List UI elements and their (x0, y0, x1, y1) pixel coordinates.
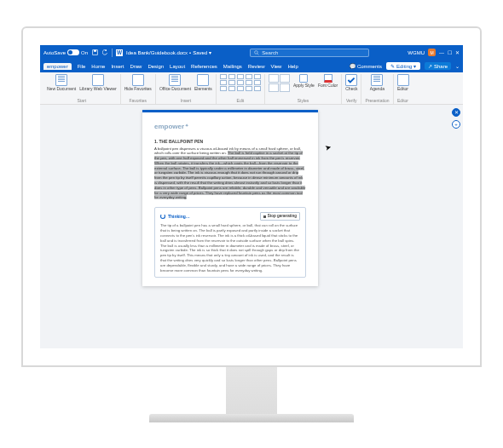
autosave-toggle[interactable]: AutoSave On (43, 49, 88, 55)
tab-help[interactable]: Help (287, 64, 298, 69)
doc-heading: 1. THE BALLPOINT PEN (154, 139, 306, 144)
ai-panel: Thinking… Stop generating The tip of a b… (154, 207, 306, 278)
ai-body: The tip of a ballpoint pen has a small h… (160, 223, 300, 273)
editor-button[interactable]: Editor (397, 74, 409, 92)
ribbon-group-editor: Editor Editor (394, 74, 413, 104)
ribbon-group-start: New Document Library Web Viewer Start (43, 74, 121, 104)
apply-style-button[interactable]: Apply Style (293, 74, 315, 89)
ribbon-group-insert: Office Document Elements Insert (156, 74, 217, 104)
tab-design[interactable]: Design (147, 64, 164, 69)
page: empower✦ ➤ 1. THE BALLPOINT PEN A ballpo… (142, 110, 318, 287)
tab-layout[interactable]: Layout (170, 64, 185, 69)
tab-draw[interactable]: Draw (130, 64, 142, 69)
search-icon (254, 50, 259, 55)
ribbon-collapse-icon[interactable]: ⌄ (455, 63, 460, 69)
account-label[interactable]: WGMU (408, 50, 425, 55)
empower-logo: empower✦ (154, 123, 306, 130)
tab-mailings[interactable]: Mailings (223, 64, 242, 69)
tab-empower[interactable]: empower (43, 63, 72, 70)
body-highlighted: The ball is held captive in a socket at … (154, 151, 305, 199)
search-input[interactable]: Search (250, 49, 369, 57)
ribbon-group-verify: Check Verify (342, 74, 361, 104)
window-maximize-icon[interactable]: ☐ (448, 49, 452, 55)
editing-mode-button[interactable]: ✎ Editing ▾ (386, 62, 420, 70)
ai-status: Thinking… (168, 214, 190, 220)
ribbon-group-presentation: Agenda Presentation (361, 74, 393, 104)
font-color-button[interactable]: Font Color (318, 74, 338, 89)
ribbon: New Document Library Web Viewer Start Hi… (40, 72, 463, 105)
mini-button[interactable] (220, 74, 227, 79)
ribbon-group-edit: Edit (217, 74, 265, 104)
style-gallery[interactable] (269, 74, 290, 92)
chevron-down-icon: ▾ (209, 49, 211, 55)
elements-button[interactable]: Elements (194, 74, 212, 92)
ribbon-group-favorites: Hide Favorites Favorites (121, 74, 156, 104)
tab-references[interactable]: References (191, 64, 217, 69)
check-icon (346, 75, 356, 85)
avatar[interactable]: M (428, 49, 436, 56)
titlebar: AutoSave On W Idea Bank/Guidebook.docx •… (40, 45, 463, 60)
ribbon-group-styles: Apply Style Font Color Styles (265, 74, 342, 104)
cursor-icon: ➤ (324, 142, 332, 152)
tab-home[interactable]: Home (91, 64, 105, 69)
rail-add-button[interactable]: + (452, 120, 460, 129)
doc-paragraph[interactable]: A ballpoint pen dispenses a viscous oil-… (154, 146, 306, 201)
tab-view[interactable]: View (271, 64, 282, 69)
stop-icon (263, 215, 266, 218)
new-document-button[interactable]: New Document (47, 74, 76, 92)
agenda-button[interactable]: Agenda (370, 74, 384, 92)
share-button[interactable]: ↗ Share (425, 62, 451, 70)
window-close-icon[interactable]: ✕ (455, 49, 460, 55)
office-document-button[interactable]: Office Document (159, 74, 191, 92)
autosave-label: AutoSave (43, 50, 66, 55)
tab-file[interactable]: File (78, 64, 86, 69)
rail-close-button[interactable]: ✕ (452, 108, 460, 117)
toggle-switch[interactable] (67, 49, 79, 55)
window-minimize-icon[interactable]: — (439, 50, 444, 55)
svg-text:W: W (117, 49, 123, 55)
spinner-icon (160, 214, 165, 219)
sparkle-icon: ✦ (185, 123, 188, 128)
document-title[interactable]: Idea Bank/Guidebook.docx • Saved ▾ (126, 49, 211, 55)
tab-insert[interactable]: Insert (111, 64, 124, 69)
comments-button[interactable]: 💬 Comments (350, 63, 382, 69)
tab-review[interactable]: Review (248, 64, 265, 69)
undo-icon[interactable] (101, 49, 108, 56)
save-icon[interactable] (91, 49, 98, 56)
hide-favorites-button[interactable]: Hide Favorites (124, 74, 152, 92)
side-rail: ✕ + (452, 108, 460, 129)
search-placeholder: Search (262, 50, 278, 55)
check-button[interactable]: Check (345, 74, 357, 92)
stop-generating-button[interactable]: Stop generating (260, 212, 300, 221)
word-icon: W (116, 49, 123, 56)
autosave-state: On (81, 50, 88, 55)
library-webviewer-button[interactable]: Library Web Viewer (79, 74, 116, 92)
svg-line-5 (257, 53, 259, 55)
svg-rect-1 (94, 50, 96, 52)
document-canvas[interactable]: ✕ + empower✦ ➤ 1. THE BALLPOINT PEN A ba… (40, 105, 463, 348)
ribbon-tabs: empower File Home Insert Draw Design Lay… (40, 60, 463, 72)
